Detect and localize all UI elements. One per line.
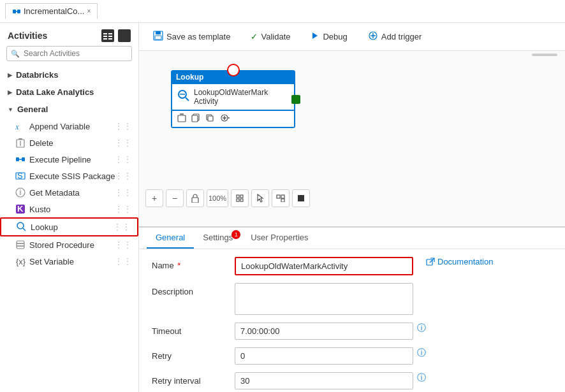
debug-button[interactable]: Debug (307, 29, 351, 45)
search-input[interactable] (6, 46, 132, 61)
retry-input[interactable] (235, 347, 413, 365)
trash-icon (15, 138, 26, 148)
timeout-info-icon[interactable]: ⓘ (417, 323, 426, 334)
svg-rect-58 (427, 259, 432, 265)
name-row: Name * Documentation (152, 257, 552, 275)
node-copy-btn[interactable] (191, 113, 200, 124)
sidebar-item-lookup[interactable]: Lookup ⋮⋮ (0, 217, 138, 236)
tab-close-button[interactable]: × (87, 8, 91, 15)
sidebar-item-data-lake[interactable]: ▶ Data Lake Analytics (0, 83, 138, 101)
drag-handle: ⋮⋮ (114, 171, 132, 181)
svg-rect-49 (237, 195, 239, 198)
node-delete-btn[interactable] (177, 113, 186, 124)
lookup-node[interactable]: Lookup LookupOldWaterMark Activity (171, 70, 295, 128)
sidebar-item-general[interactable]: ▼ General (0, 101, 138, 118)
sidebar-item-kusto[interactable]: K Kusto ⋮⋮ (0, 201, 138, 217)
svg-rect-13 (16, 157, 19, 161)
svg-text:𝑥: 𝑥 (15, 122, 19, 131)
svg-rect-29 (156, 31, 161, 34)
save-template-button[interactable]: Save as template (149, 28, 234, 45)
retry-interval-info-icon[interactable]: ⓘ (417, 372, 426, 384)
sidebar-collapse-icon[interactable] (101, 29, 114, 42)
add-trigger-label: Add trigger (381, 32, 422, 41)
svg-rect-6 (108, 33, 112, 34)
retry-interval-row: Retry interval ⓘ (152, 372, 552, 389)
svg-rect-43 (208, 116, 213, 121)
canvas-lock-btn[interactable] (186, 189, 204, 207)
add-trigger-button[interactable]: Add trigger (364, 28, 426, 45)
svg-marker-53 (258, 194, 263, 202)
tab-settings[interactable]: Settings 1 (194, 228, 242, 249)
svg-rect-57 (298, 195, 304, 201)
timeout-row: Timeout ⓘ (152, 323, 552, 340)
canvas-minus-btn[interactable]: − (166, 189, 184, 207)
svg-rect-56 (281, 199, 284, 202)
canvas-toolbar: + − 100% (145, 189, 310, 207)
activity-label: Kusto (29, 205, 50, 214)
canvas-add-btn[interactable]: + (145, 189, 163, 207)
ssis-icon: S (15, 171, 26, 181)
description-input[interactable] (235, 283, 413, 315)
node-duplicate-btn[interactable] (205, 113, 214, 124)
canvas-fullscreen-btn[interactable] (292, 189, 310, 207)
tab-user-properties[interactable]: User Properties (242, 228, 317, 249)
retry-row: Retry ⓘ (152, 347, 552, 365)
canvas-100-btn[interactable]: 100% (207, 189, 228, 207)
function-icon: 𝑥 (15, 121, 26, 131)
canvas-pointer-btn[interactable] (251, 189, 269, 207)
retry-info-icon[interactable]: ⓘ (417, 347, 426, 359)
category-label: General (17, 105, 48, 114)
sidebar-item-set-variable[interactable]: {x} Set Variable ⋮⋮ (0, 253, 138, 270)
validate-button[interactable]: ✓ Validate (247, 29, 294, 44)
pipeline-canvas[interactable]: Lookup LookupOldWaterMark Activity (139, 51, 565, 226)
sidebar-item-databricks[interactable]: ▶ Databricks (0, 66, 138, 83)
svg-rect-0 (13, 10, 16, 13)
node-box: Lookup LookupOldWaterMark Activity (171, 70, 295, 128)
drag-handle: ⋮⋮ (114, 240, 132, 250)
svg-line-36 (186, 98, 189, 101)
activity-label: Lookup (31, 222, 58, 232)
chevron-right-icon: ▶ (8, 89, 12, 96)
kusto-icon: K (15, 204, 26, 214)
drag-handle: ⋮⋮ (113, 222, 131, 232)
sidebar-view-icon[interactable] (118, 29, 131, 42)
add-trigger-icon (368, 31, 378, 43)
svg-rect-24 (17, 241, 24, 243)
svg-rect-50 (240, 195, 243, 198)
sidebar-item-get-metadata[interactable]: i Get Metadata ⋮⋮ (0, 184, 138, 201)
drag-handle: ⋮⋮ (114, 187, 132, 198)
node-add-activity-btn[interactable] (219, 113, 230, 124)
svg-rect-41 (192, 115, 198, 122)
sidebar-title: Activities (8, 31, 47, 41)
external-link-icon (426, 258, 435, 266)
chevron-right-icon: ▶ (8, 72, 12, 78)
canvas-fit-btn[interactable] (231, 189, 249, 207)
pipeline-tab[interactable]: IncrementalCo... × (5, 3, 98, 19)
tab-general[interactable]: General (147, 228, 194, 249)
name-input[interactable] (235, 257, 413, 275)
node-activity-label: LookupOldWaterMark Activity (194, 88, 289, 106)
timeout-label: Timeout (152, 323, 235, 336)
panel-tab-bar: General Settings 1 User Properties (139, 228, 565, 249)
search-icon: 🔍 (11, 50, 20, 58)
sidebar-item-delete[interactable]: Delete ⋮⋮ (0, 134, 138, 151)
category-label: Databricks (16, 70, 58, 80)
activity-label: Execute SSIS Package (29, 171, 115, 181)
drag-handle: ⋮⋮ (114, 204, 132, 214)
canvas-arrange-btn[interactable] (272, 189, 290, 207)
svg-line-23 (23, 228, 26, 231)
sidebar-item-stored-procedure[interactable]: Stored Procedure ⋮⋮ (0, 236, 138, 253)
retry-interval-input[interactable] (235, 372, 413, 389)
activity-label: Execute Pipeline (29, 155, 91, 164)
panel-resize-handle[interactable] (532, 54, 557, 56)
category-label: Data Lake Analytics (16, 87, 94, 97)
sidebar-item-execute-pipeline[interactable]: Execute Pipeline ⋮⋮ (0, 151, 138, 168)
node-right-connector[interactable] (291, 95, 295, 104)
documentation-link[interactable]: Documentation (426, 257, 493, 266)
name-label: Name * (152, 257, 235, 270)
sidebar-item-execute-ssis[interactable]: S Execute SSIS Package ⋮⋮ (0, 168, 138, 184)
sidebar-item-append-variable[interactable]: 𝑥 Append Variable ⋮⋮ (0, 118, 138, 134)
timeout-input[interactable] (235, 323, 413, 340)
tab-label: IncrementalCo... (24, 6, 84, 16)
variable-icon: {x} (15, 256, 26, 266)
